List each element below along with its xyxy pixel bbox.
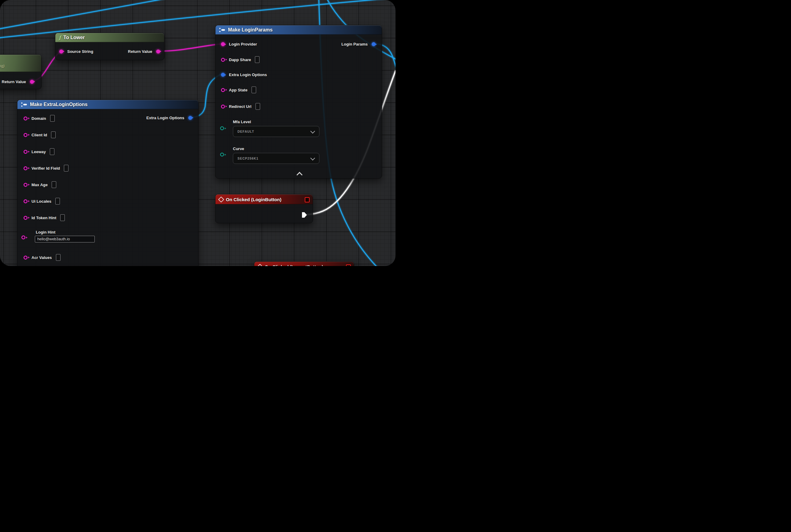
curve-dropdown[interactable]: SECP256K1 [233,153,320,164]
node-title: To Lower [63,35,85,40]
pin-row-app-state: App State [221,86,256,94]
node-title: Make ExtraLoginOptions [30,102,88,107]
pin-row-verifier-id-field: Verifier Id Field [23,165,69,172]
input-pin-source-string[interactable] [59,50,63,54]
node-make-login-params[interactable]: Make LoginParams Login Provider Login Pa… [215,25,382,178]
pin-label-mfa-level: Mfa Level [233,119,251,124]
wire-blue-topleft-glow [0,0,168,29]
input-pin-login-hint[interactable] [21,235,25,240]
default-value-box[interactable] [255,56,259,63]
node-title: Make LoginParams [228,27,273,33]
node-on-clicked-logout-button[interactable]: On Clicked (LogoutButton) [254,261,354,266]
pin-label: Extra Login Options [147,116,184,120]
pin-label: Ui Locales [32,199,51,204]
input-pin-redirect-url[interactable] [221,104,225,109]
pin-label: Login Params [342,42,368,46]
input-pin-verifier-id-field[interactable] [23,166,27,170]
input-pin-max-age[interactable] [23,183,27,187]
exec-output-pin[interactable] [302,212,307,218]
default-value-box[interactable] [51,131,56,138]
pin-label: Acr Values [32,255,52,260]
delegate-pin[interactable] [346,264,351,266]
default-value-box[interactable] [252,87,256,93]
default-value-box[interactable] [55,198,60,205]
collapse-node-button[interactable] [296,172,303,178]
pin-row-login-params-out: Login Params [342,41,375,48]
input-pin-login-provider[interactable] [221,42,225,46]
node-header[interactable]: On Clicked (LogoutButton) [254,262,354,266]
pin-row-leeway: Leeway [23,148,54,155]
pin-label: Domain [32,116,46,121]
node-partial-pure-function[interactable]: tion ox (String) Return Value [0,54,42,89]
make-struct-icon [219,27,226,33]
dropdown-value: DEFAULT [237,130,254,133]
event-diamond-icon [218,196,224,203]
input-pin-id-token-hint[interactable] [23,216,27,220]
pin-label: Max Age [32,183,48,187]
node-to-lower[interactable]: ƒ To Lower Source String Return Value [55,33,165,60]
input-pin-ui-locales[interactable] [23,200,27,203]
function-icon: ƒ [59,35,61,40]
pin-label: Dapp Share [229,57,251,62]
pin-label: Leeway [32,150,46,154]
default-value-box[interactable] [255,103,260,110]
pin-label: Client Id [32,133,47,137]
pin-label: Return Value [128,49,152,54]
input-pin-mfa-level[interactable] [220,126,224,130]
pin-row-return-value: Return Value [2,78,34,85]
login-hint-input[interactable] [35,236,95,243]
pin-row-id-token-hint: Id Token Hint [23,214,65,221]
pin-label: Extra Login Options [229,73,267,77]
pin-row-max-age: Max Age [23,181,56,188]
pin-row-domain: Domain [23,115,55,122]
output-pin-extra-login-options[interactable] [188,116,192,120]
mfa-level-dropdown[interactable]: DEFAULT [233,126,320,137]
pin-row-acr-values: Acr Values [23,254,60,261]
pin-label: Return Value [2,79,26,84]
default-value-box[interactable] [50,115,55,122]
default-value-box[interactable] [50,148,54,155]
pin-label: Redirect Url [229,104,252,109]
pin-label: Login Provider [229,42,257,46]
delegate-pin[interactable] [305,197,310,203]
event-diamond-icon [257,264,263,266]
node-header[interactable]: ƒ To Lower [55,33,164,42]
default-value-box[interactable] [60,214,65,221]
pin-label-curve: Curve [233,147,244,151]
login-hint-field: Login Hint [35,230,95,243]
pin-row-return-value: Return Value [128,48,160,55]
input-pin-domain[interactable] [23,116,27,120]
output-pin-login-params[interactable] [372,42,375,46]
default-value-box[interactable] [52,181,56,188]
pin-label: Verifier Id Field [32,166,60,171]
dropdown-value: SECP256K1 [237,156,258,160]
chevron-down-icon [310,129,315,134]
input-pin-app-state[interactable] [221,88,225,92]
pin-row-login-provider: Login Provider [221,41,257,48]
input-pin-extra-login-options[interactable] [221,73,225,77]
node-header[interactable]: Make LoginParams [215,25,382,35]
pin-label: Id Token Hint [32,215,56,220]
output-pin-return-value[interactable] [156,50,160,54]
blueprint-graph-canvas[interactable]: tion ox (String) Return Value ƒ To Lower… [0,0,396,266]
node-header[interactable]: On Clicked (LoginButton) [215,194,313,204]
node-make-extra-login-options[interactable]: Make ExtraLoginOptions Extra Login Optio… [17,100,199,266]
node-title: On Clicked (LoginButton) [226,197,282,202]
node-on-clicked-login-button[interactable]: On Clicked (LoginButton) [215,194,313,223]
make-struct-icon [21,102,27,107]
pin-row-redirect-url: Redirect Url [221,103,260,110]
default-value-box[interactable] [56,254,60,261]
output-pin-return-value[interactable] [30,80,34,84]
node-header[interactable]: tion ox (String) [0,55,41,72]
input-pin-leeway[interactable] [23,150,27,154]
pin-label: Login Hint [36,230,95,234]
input-pin-acr-values[interactable] [23,255,27,260]
input-pin-dapp-share[interactable] [221,58,225,62]
input-pin-client-id[interactable] [23,133,27,137]
node-header[interactable]: Make ExtraLoginOptions [17,100,198,109]
node-subtitle-fragment: ox (String) [0,64,5,68]
default-value-box[interactable] [64,165,69,172]
chevron-down-icon [310,156,315,160]
input-pin-curve[interactable] [220,153,224,156]
pin-row-dapp-share: Dapp Share [221,56,259,63]
